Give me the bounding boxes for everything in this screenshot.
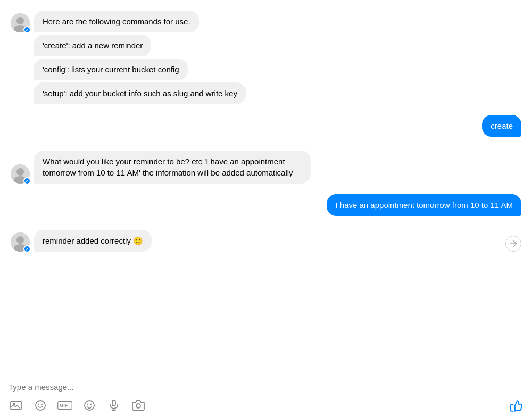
incoming-message-group: Here are the following commands for use.… xyxy=(11,11,521,104)
reminder-confirmed-row: reminder added correctly 🙂 xyxy=(11,230,521,252)
photo-icon[interactable] xyxy=(9,398,23,413)
verified-badge xyxy=(23,26,31,34)
svg-point-11 xyxy=(36,401,45,410)
svg-point-4 xyxy=(16,168,24,176)
sticker-icon[interactable] xyxy=(33,398,48,413)
mic-icon[interactable] xyxy=(106,398,121,413)
avatar xyxy=(11,164,30,184)
svg-point-16 xyxy=(85,401,94,410)
incoming-reminder-prompt: What would you like your reminder to be?… xyxy=(11,151,521,184)
bubble-4: 'setup': add your bucket info such as sl… xyxy=(34,82,246,104)
chat-area: Here are the following commands for use.… xyxy=(0,0,532,370)
svg-point-13 xyxy=(41,404,43,405)
share-icon[interactable] xyxy=(505,236,521,252)
toolbar: GIF xyxy=(9,398,523,413)
bubble-2: 'create': add a new reminder xyxy=(34,35,151,56)
message-row: 'create': add a new reminder xyxy=(11,35,521,56)
message-row: Here are the following commands for use. xyxy=(11,11,521,32)
outgoing-appointment-message: I have an appointment tomorrow from 10 t… xyxy=(11,194,521,216)
verified-badge xyxy=(23,245,31,253)
bubble-reminder-added: reminder added correctly 🙂 xyxy=(34,230,152,252)
svg-point-12 xyxy=(38,404,39,405)
input-divider xyxy=(0,372,532,372)
svg-rect-19 xyxy=(112,400,115,406)
svg-point-1 xyxy=(16,17,24,24)
message-row: 'config': lists your current bucket conf… xyxy=(11,59,521,80)
svg-point-17 xyxy=(87,404,88,405)
svg-point-22 xyxy=(136,404,140,408)
bubble-create: create xyxy=(482,115,521,137)
like-button[interactable] xyxy=(509,398,523,413)
outgoing-create-message: create xyxy=(11,115,521,137)
gif-icon[interactable]: GIF xyxy=(57,398,72,413)
message-input[interactable] xyxy=(9,380,523,394)
input-area: GIF xyxy=(0,375,532,416)
avatar xyxy=(11,232,30,252)
svg-text:GIF: GIF xyxy=(60,403,68,409)
emoji-icon[interactable] xyxy=(82,398,97,413)
verified-badge xyxy=(23,177,31,185)
camera-icon[interactable] xyxy=(131,398,146,413)
bubble-prompt: What would you like your reminder to be?… xyxy=(34,151,311,184)
svg-point-18 xyxy=(90,404,92,405)
avatar xyxy=(11,13,30,32)
svg-point-7 xyxy=(16,236,24,244)
bubble-3: 'config': lists your current bucket conf… xyxy=(34,59,188,80)
message-row: 'setup': add your bucket info such as sl… xyxy=(11,82,521,104)
bubble-appointment: I have an appointment tomorrow from 10 t… xyxy=(327,194,521,216)
bubble-1: Here are the following commands for use. xyxy=(34,11,199,32)
